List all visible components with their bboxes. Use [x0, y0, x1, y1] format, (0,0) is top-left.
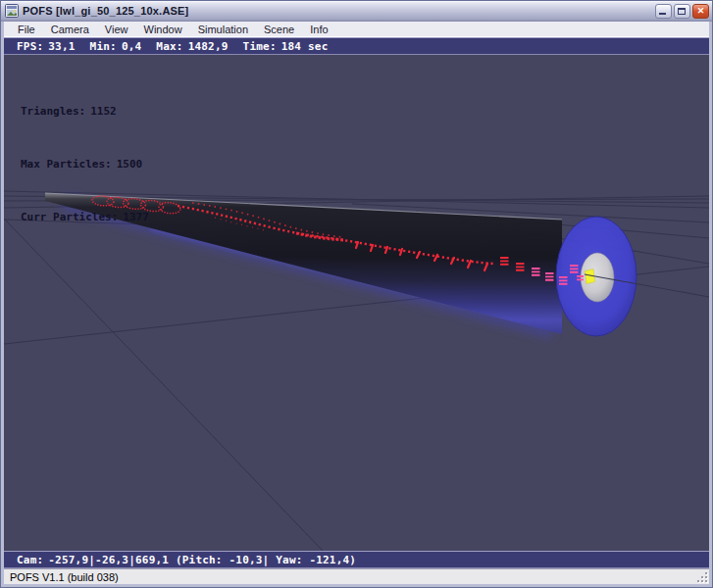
curr-particles-stat: Curr Particles:1377 [21, 209, 149, 226]
menu-info[interactable]: Info [302, 23, 335, 36]
close-button[interactable]: ✕ [692, 4, 709, 19]
viewport-3d[interactable]: Triangles:1152 Max Particles:1500 Curr P… [4, 55, 709, 551]
stat-fps: FPS:33,1 [17, 40, 76, 53]
status-bar: POFS V1.1 (build 038) [4, 568, 709, 584]
title-bar[interactable]: POFS [lwl_gi_50_125_10x.ASE] ✕ [1, 1, 712, 22]
minimize-icon [659, 13, 666, 15]
stat-time-value: 184 sec [281, 40, 329, 53]
camera-bar: Cam: -257,9|-26,3|669,1 (Pitch: -10,3| Y… [4, 551, 709, 568]
status-text: POFS V1.1 (build 038) [10, 571, 119, 583]
max-particles-value: 1500 [117, 158, 143, 171]
camera-value: -257,9|-26,3|669,1 (Pitch: -10,3| Yaw: -… [48, 554, 356, 566]
max-particles-stat: Max Particles:1500 [21, 156, 149, 173]
curr-particles-value: 1377 [123, 211, 149, 223]
menu-simulation[interactable]: Simulation [190, 23, 256, 36]
menu-camera[interactable]: Camera [43, 23, 97, 36]
menu-bar: File Camera View Window Simulation Scene… [4, 22, 709, 37]
camera-label: Cam: [17, 554, 43, 566]
maximize-icon [678, 8, 686, 15]
resize-grip[interactable] [695, 570, 708, 583]
menu-window[interactable]: Window [136, 23, 190, 36]
triangles-value: 1152 [90, 105, 117, 118]
stat-max: Max:1482,9 [156, 40, 228, 53]
maximize-button[interactable] [674, 4, 690, 19]
stats-bar: FPS:33,1 Min:0,4 Max:1482,9 Time:184 sec [4, 37, 709, 55]
minimize-button[interactable] [655, 4, 672, 19]
stat-min-value: 0,4 [122, 40, 141, 53]
stat-min: Min:0,4 [90, 40, 142, 53]
app-icon [5, 4, 19, 18]
viewport-stats-overlay: Triangles:1152 Max Particles:1500 Curr P… [21, 68, 149, 262]
menu-view[interactable]: View [97, 23, 136, 36]
triangles-stat: Triangles:1152 [21, 103, 149, 121]
menu-file[interactable]: File [10, 23, 43, 36]
window-frame: File Camera View Window Simulation Scene… [1, 22, 712, 587]
stat-fps-value: 33,1 [48, 40, 75, 53]
app-window: POFS [lwl_gi_50_125_10x.ASE] ✕ File Came… [0, 0, 713, 588]
stat-max-value: 1482,9 [188, 40, 229, 53]
stat-time: Time:184 sec [243, 40, 329, 53]
window-title: POFS [lwl_gi_50_125_10x.ASE] [23, 5, 655, 17]
menu-scene[interactable]: Scene [256, 23, 302, 36]
